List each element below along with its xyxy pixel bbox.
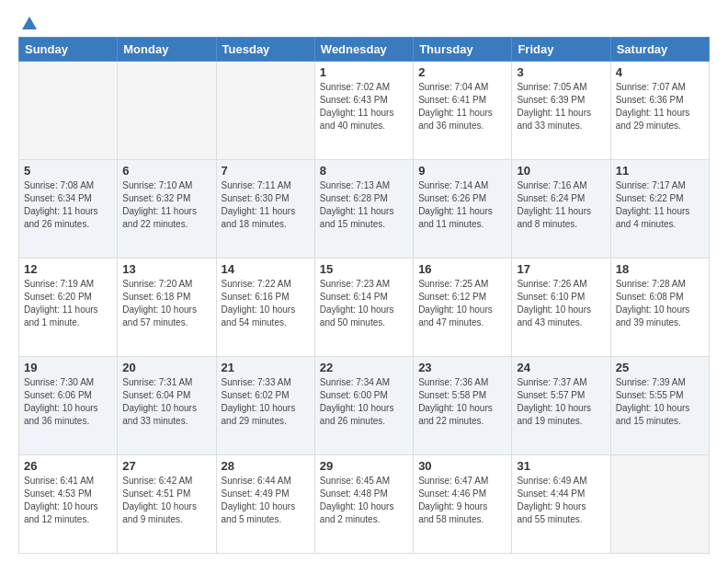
calendar-cell: 5Sunrise: 7:08 AM Sunset: 6:34 PM Daylig…	[19, 160, 118, 259]
calendar-cell: 28Sunrise: 6:44 AM Sunset: 4:49 PM Dayli…	[216, 455, 314, 554]
calendar-cell: 13Sunrise: 7:20 AM Sunset: 6:18 PM Dayli…	[118, 259, 216, 357]
day-number: 12	[24, 262, 112, 276]
weekday-header-monday: Monday	[118, 38, 216, 62]
day-number: 29	[320, 459, 408, 473]
calendar-cell: 23Sunrise: 7:36 AM Sunset: 5:58 PM Dayli…	[414, 357, 512, 455]
calendar-cell: 18Sunrise: 7:28 AM Sunset: 6:08 PM Dayli…	[610, 259, 709, 357]
day-number: 19	[24, 361, 112, 374]
calendar-cell: 7Sunrise: 7:11 AM Sunset: 6:30 PM Daylig…	[216, 160, 314, 259]
day-info: Sunrise: 7:08 AM Sunset: 6:34 PM Dayligh…	[24, 179, 112, 231]
logo-icon	[20, 15, 39, 33]
calendar-cell: 19Sunrise: 7:30 AM Sunset: 6:06 PM Dayli…	[19, 357, 118, 455]
day-info: Sunrise: 7:37 AM Sunset: 5:57 PM Dayligh…	[517, 376, 605, 428]
day-info: Sunrise: 7:17 AM Sunset: 6:22 PM Dayligh…	[616, 179, 704, 231]
day-number: 1	[320, 65, 408, 79]
weekday-header-wednesday: Wednesday	[314, 38, 413, 62]
day-info: Sunrise: 7:33 AM Sunset: 6:02 PM Dayligh…	[222, 376, 310, 428]
day-number: 11	[616, 164, 704, 178]
weekday-header-thursday: Thursday	[414, 38, 512, 62]
day-info: Sunrise: 7:10 AM Sunset: 6:32 PM Dayligh…	[122, 179, 210, 231]
calendar-cell: 27Sunrise: 6:42 AM Sunset: 4:51 PM Dayli…	[118, 455, 216, 554]
day-number: 23	[418, 361, 506, 374]
calendar-cell: 12Sunrise: 7:19 AM Sunset: 6:20 PM Dayli…	[19, 259, 118, 357]
day-number: 6	[122, 164, 210, 178]
day-number: 15	[320, 262, 408, 276]
day-number: 13	[122, 262, 210, 276]
calendar-cell: 1Sunrise: 7:02 AM Sunset: 6:43 PM Daylig…	[314, 62, 413, 160]
day-number: 25	[616, 361, 704, 374]
calendar-cell: 10Sunrise: 7:16 AM Sunset: 6:24 PM Dayli…	[512, 160, 610, 259]
calendar-cell: 2Sunrise: 7:04 AM Sunset: 6:41 PM Daylig…	[414, 62, 512, 160]
calendar-cell: 20Sunrise: 7:31 AM Sunset: 6:04 PM Dayli…	[118, 357, 216, 455]
day-info: Sunrise: 6:47 AM Sunset: 4:46 PM Dayligh…	[418, 475, 506, 526]
day-info: Sunrise: 7:34 AM Sunset: 6:00 PM Dayligh…	[320, 376, 408, 428]
day-info: Sunrise: 7:13 AM Sunset: 6:28 PM Dayligh…	[320, 179, 408, 231]
header	[18, 15, 710, 29]
day-info: Sunrise: 6:45 AM Sunset: 4:48 PM Dayligh…	[320, 475, 408, 526]
day-info: Sunrise: 6:42 AM Sunset: 4:51 PM Dayligh…	[122, 475, 210, 526]
day-info: Sunrise: 7:02 AM Sunset: 6:43 PM Dayligh…	[320, 81, 408, 132]
day-info: Sunrise: 7:05 AM Sunset: 6:39 PM Dayligh…	[517, 81, 605, 132]
calendar-cell: 14Sunrise: 7:22 AM Sunset: 6:16 PM Dayli…	[216, 259, 314, 357]
calendar-cell: 11Sunrise: 7:17 AM Sunset: 6:22 PM Dayli…	[610, 160, 709, 259]
day-number: 21	[222, 361, 310, 374]
day-number: 26	[24, 459, 112, 473]
calendar-cell: 30Sunrise: 6:47 AM Sunset: 4:46 PM Dayli…	[414, 455, 512, 554]
day-info: Sunrise: 7:04 AM Sunset: 6:41 PM Dayligh…	[418, 81, 506, 132]
day-info: Sunrise: 7:22 AM Sunset: 6:16 PM Dayligh…	[222, 278, 310, 329]
day-info: Sunrise: 7:26 AM Sunset: 6:10 PM Dayligh…	[517, 278, 605, 329]
day-info: Sunrise: 7:31 AM Sunset: 6:04 PM Dayligh…	[122, 376, 210, 428]
day-number: 17	[517, 262, 605, 276]
calendar-cell	[118, 62, 216, 160]
weekday-header-saturday: Saturday	[610, 38, 709, 62]
calendar-cell: 29Sunrise: 6:45 AM Sunset: 4:48 PM Dayli…	[314, 455, 413, 554]
day-number: 31	[517, 459, 605, 473]
weekday-header-sunday: Sunday	[19, 38, 118, 62]
day-info: Sunrise: 7:28 AM Sunset: 6:08 PM Dayligh…	[616, 278, 704, 329]
day-info: Sunrise: 7:19 AM Sunset: 6:20 PM Dayligh…	[24, 278, 112, 329]
day-number: 28	[222, 459, 310, 473]
day-number: 4	[616, 65, 704, 79]
day-info: Sunrise: 6:41 AM Sunset: 4:53 PM Dayligh…	[24, 475, 112, 526]
day-info: Sunrise: 7:14 AM Sunset: 6:26 PM Dayligh…	[418, 179, 506, 231]
day-info: Sunrise: 7:30 AM Sunset: 6:06 PM Dayligh…	[24, 376, 112, 428]
calendar-cell: 9Sunrise: 7:14 AM Sunset: 6:26 PM Daylig…	[414, 160, 512, 259]
day-number: 27	[122, 459, 210, 473]
calendar-cell: 3Sunrise: 7:05 AM Sunset: 6:39 PM Daylig…	[512, 62, 610, 160]
calendar-cell: 8Sunrise: 7:13 AM Sunset: 6:28 PM Daylig…	[314, 160, 413, 259]
day-info: Sunrise: 7:39 AM Sunset: 5:55 PM Dayligh…	[616, 376, 704, 428]
calendar-cell: 31Sunrise: 6:49 AM Sunset: 4:44 PM Dayli…	[512, 455, 610, 554]
calendar-week-row: 1Sunrise: 7:02 AM Sunset: 6:43 PM Daylig…	[19, 62, 710, 160]
logo	[18, 15, 39, 29]
calendar-cell	[216, 62, 314, 160]
svg-marker-0	[22, 17, 37, 29]
day-number: 2	[418, 65, 506, 79]
day-number: 16	[418, 262, 506, 276]
day-number: 7	[222, 164, 310, 178]
calendar-cell: 22Sunrise: 7:34 AM Sunset: 6:00 PM Dayli…	[314, 357, 413, 455]
calendar-table: SundayMondayTuesdayWednesdayThursdayFrid…	[18, 37, 710, 554]
day-number: 3	[517, 65, 605, 79]
day-number: 5	[24, 164, 112, 178]
weekday-header-tuesday: Tuesday	[216, 38, 314, 62]
calendar-cell	[610, 455, 709, 554]
calendar-cell: 26Sunrise: 6:41 AM Sunset: 4:53 PM Dayli…	[19, 455, 118, 554]
calendar-cell: 24Sunrise: 7:37 AM Sunset: 5:57 PM Dayli…	[512, 357, 610, 455]
day-info: Sunrise: 6:44 AM Sunset: 4:49 PM Dayligh…	[222, 475, 310, 526]
calendar-cell: 17Sunrise: 7:26 AM Sunset: 6:10 PM Dayli…	[512, 259, 610, 357]
calendar-cell: 16Sunrise: 7:25 AM Sunset: 6:12 PM Dayli…	[414, 259, 512, 357]
day-number: 24	[517, 361, 605, 374]
day-number: 30	[418, 459, 506, 473]
calendar-cell: 4Sunrise: 7:07 AM Sunset: 6:36 PM Daylig…	[610, 62, 709, 160]
page: SundayMondayTuesdayWednesdayThursdayFrid…	[0, 0, 728, 563]
day-info: Sunrise: 7:23 AM Sunset: 6:14 PM Dayligh…	[320, 278, 408, 329]
day-number: 8	[320, 164, 408, 178]
calendar-cell: 21Sunrise: 7:33 AM Sunset: 6:02 PM Dayli…	[216, 357, 314, 455]
day-number: 20	[122, 361, 210, 374]
day-number: 9	[418, 164, 506, 178]
calendar-cell	[19, 62, 118, 160]
day-number: 18	[616, 262, 704, 276]
day-info: Sunrise: 6:49 AM Sunset: 4:44 PM Dayligh…	[517, 475, 605, 526]
day-info: Sunrise: 7:20 AM Sunset: 6:18 PM Dayligh…	[122, 278, 210, 329]
calendar-week-row: 19Sunrise: 7:30 AM Sunset: 6:06 PM Dayli…	[19, 357, 710, 455]
